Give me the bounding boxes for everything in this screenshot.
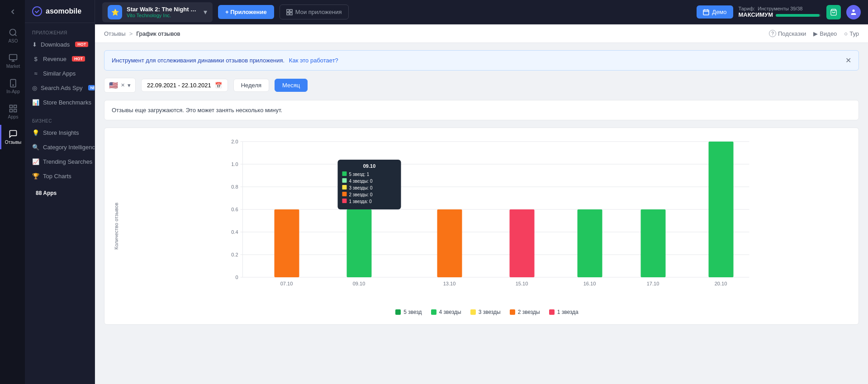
nav-item-inapp[interactable]: In-App	[0, 74, 25, 99]
plan-info: Тариф: Инструменты 39/38 МАКСИМУМ	[739, 6, 821, 18]
legend-1star: 1 звезда	[549, 309, 579, 315]
nav-item-market-label: Market	[6, 64, 20, 69]
plan-bar	[776, 14, 821, 17]
nav-section-apps: Приложения ⬇ Downloads HOT $ Revenue HOT…	[25, 23, 95, 111]
charts-icon: 🏆	[32, 172, 39, 180]
svg-text:0.2: 0.2	[231, 252, 238, 257]
insights-icon: 💡	[32, 129, 39, 136]
loading-notice: Отзывы еще загружаются. Это может занять…	[104, 100, 859, 120]
collapse-button[interactable]	[5, 5, 20, 21]
svg-rect-9	[287, 9, 289, 12]
svg-text:16.10: 16.10	[583, 281, 596, 286]
svg-text:2.0: 2.0	[231, 139, 238, 144]
legend-label-4stars: 4 звезды	[439, 309, 461, 315]
user-icon	[850, 9, 857, 16]
video-action[interactable]: ▶ Видео	[813, 30, 837, 37]
video-icon: ▶	[813, 30, 818, 37]
legend-3stars: 3 звезды	[470, 309, 501, 315]
legend-dot-3stars	[470, 309, 476, 315]
nav-item-reviews[interactable]: Отзывы	[0, 125, 25, 149]
cart-button[interactable]	[826, 5, 841, 19]
svg-rect-10	[290, 9, 292, 12]
bar-1710	[641, 209, 666, 277]
date-range-picker[interactable]: 22.09.2021 - 22.10.2021 📅	[141, 79, 228, 92]
video-label: Видео	[820, 30, 837, 37]
date-range-value: 22.09.2021 - 22.10.2021	[147, 82, 211, 89]
my-apps-button[interactable]: Мои приложения	[280, 5, 349, 19]
badge-hot-revenue: HOT	[72, 56, 85, 62]
chart-inner: 0 0.2 0.4 0.6 0.8 1.0 2.0	[124, 137, 849, 315]
category-icon: 🔍	[32, 143, 39, 151]
bar-chart: 0 0.2 0.4 0.6 0.8 1.0 2.0	[124, 137, 849, 300]
nav-item-apps[interactable]: Apps	[0, 100, 25, 124]
app-info: Star Walk 2: The Night Sk... Vito Techno…	[127, 6, 199, 18]
info-banner: Инструмент для отслеживания динамики отз…	[104, 50, 859, 71]
plan-label: Тариф:	[739, 6, 755, 11]
period-month-button[interactable]: Месяц	[275, 79, 308, 92]
revenue-icon: $	[32, 55, 39, 62]
bar-1310	[437, 209, 462, 277]
calendar-icon: 📅	[215, 82, 222, 89]
bar-1510	[510, 209, 535, 277]
svg-rect-40	[342, 171, 347, 176]
y-axis-label-wrap: Количество отзывов	[114, 137, 124, 315]
add-app-button[interactable]: + Приложение	[218, 5, 274, 19]
nav-item-category-intelligence[interactable]: 🔍 Category Intelligence	[25, 140, 95, 154]
info-link[interactable]: Как это работает?	[289, 57, 338, 64]
breadcrumb-link[interactable]: Отзывы	[104, 30, 126, 37]
info-text: Инструмент для отслеживания динамики отз…	[112, 57, 338, 64]
nav-item-aso[interactable]: ASO	[0, 24, 25, 48]
nav-section-apps-label: Приложения	[25, 28, 95, 37]
svg-rect-11	[287, 13, 289, 15]
legend-dot-1star	[549, 309, 555, 315]
tour-label: Тур	[849, 30, 859, 37]
app-selector[interactable]: ⭐ Star Walk 2: The Night Sk... Vito Tech…	[102, 2, 213, 22]
nav-item-store-benchmarks[interactable]: 📊 Store Benchmarks	[25, 95, 95, 109]
svg-point-0	[10, 29, 16, 35]
nav-item-revenue[interactable]: $ Revenue HOT	[25, 52, 95, 66]
logo-text: asomobile	[46, 7, 81, 15]
trending-icon: 📈	[32, 158, 39, 165]
chart-tooltip-group: 09.10 5 звезд: 1 4 звезды: 0 3 з	[338, 160, 401, 209]
nav-item-search-ads[interactable]: ◎ Search Ads Spy NEW	[25, 81, 95, 95]
period-week-button[interactable]: Неделя	[233, 79, 269, 92]
breadcrumb-actions: ? Подсказки ▶ Видео ○ Тур	[769, 30, 859, 37]
badge-hot-downloads: HOT	[75, 42, 88, 47]
app-developer: Vito Technology Inc.	[127, 13, 199, 18]
svg-rect-5	[14, 105, 17, 108]
nav-item-market[interactable]: Market	[0, 49, 25, 73]
info-close-button[interactable]: ✕	[845, 56, 851, 65]
benchmark-icon: 📊	[32, 99, 39, 106]
country-selector[interactable]: 🇺🇸 ✕ ▾	[104, 78, 136, 93]
svg-text:20.10: 20.10	[715, 281, 727, 286]
nav-item-similar-apps[interactable]: ≈ Similar Apps	[25, 66, 95, 81]
nav-item-inapp-label: In-App	[6, 89, 19, 94]
hints-action[interactable]: ? Подсказки	[769, 30, 806, 37]
svg-text:3 звезды: 0: 3 звезды: 0	[349, 185, 373, 190]
svg-rect-12	[290, 13, 292, 15]
controls-row: 🇺🇸 ✕ ▾ 22.09.2021 - 22.10.2021 📅 Неделя …	[104, 78, 859, 93]
svg-text:5 звезд: 1: 5 звезд: 1	[349, 172, 370, 177]
nav-item-store-insights[interactable]: 💡 Store Insights	[25, 125, 95, 140]
svg-text:4 звезды: 0: 4 звезды: 0	[349, 179, 373, 184]
svg-text:1.0: 1.0	[231, 161, 238, 167]
nav-item-trending-searches[interactable]: 📈 Trending Searches	[25, 154, 95, 169]
tour-action[interactable]: ○ Тур	[844, 30, 859, 37]
svg-text:09.10: 09.10	[363, 163, 376, 169]
nav-item-downloads[interactable]: ⬇ Downloads HOT	[25, 37, 95, 52]
cart-icon	[830, 9, 837, 16]
app-icon: ⭐	[108, 5, 122, 19]
breadcrumb-bar: Отзывы > График отзывов ? Подсказки ▶ Ви…	[95, 24, 868, 43]
legend-2stars: 2 звезды	[510, 309, 540, 315]
legend-label-5stars: 5 звезд	[403, 309, 422, 315]
calendar-icon	[703, 9, 709, 15]
close-icon[interactable]: ✕	[121, 82, 125, 88]
svg-text:13.10: 13.10	[443, 281, 456, 286]
nav-item-top-charts[interactable]: 🏆 Top Charts	[25, 169, 95, 183]
user-avatar[interactable]	[846, 5, 861, 19]
demo-button[interactable]: Демо	[697, 5, 733, 19]
content-area: Отзывы > График отзывов ? Подсказки ▶ Ви…	[95, 24, 868, 384]
legend-label-3stars: 3 звезды	[479, 309, 501, 315]
legend-dot-2stars	[510, 309, 515, 315]
tools-count: Инструменты 39/38	[758, 6, 802, 11]
